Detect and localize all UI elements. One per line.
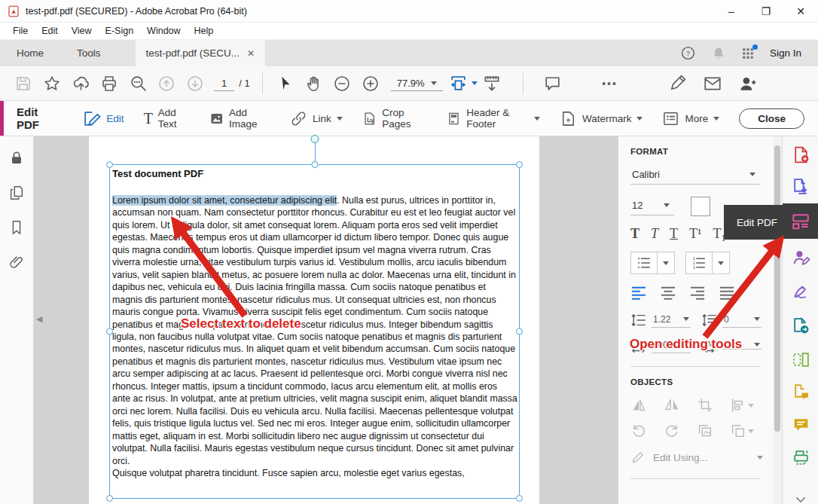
- more-tools-icon[interactable]: •••: [596, 71, 624, 96]
- rotate-clockwise-icon[interactable]: [664, 423, 697, 439]
- font-size-select[interactable]: 12: [630, 197, 674, 215]
- crop-object-icon[interactable]: [697, 397, 730, 414]
- resize-handle-ne[interactable]: [516, 161, 523, 168]
- rotate-counterclockwise-icon[interactable]: [630, 423, 664, 439]
- notifications-bell-icon[interactable]: [711, 46, 726, 61]
- italic-button[interactable]: T: [651, 227, 658, 240]
- search-icon[interactable]: [124, 71, 152, 96]
- page-thumbnails-icon[interactable]: [8, 185, 25, 201]
- fill-sign-pen-icon[interactable]: [664, 71, 692, 96]
- share-upload-icon[interactable]: [66, 71, 95, 96]
- star-favorite-icon[interactable]: [38, 71, 66, 96]
- font-family-select[interactable]: Calibri: [630, 166, 760, 185]
- maximize-button[interactable]: ❐: [749, 0, 783, 23]
- print-icon[interactable]: [95, 71, 124, 96]
- minimize-button[interactable]: –: [714, 0, 749, 23]
- superscript-button[interactable]: T¹: [689, 227, 701, 240]
- menu-file[interactable]: File: [6, 23, 35, 38]
- menu-view[interactable]: View: [65, 23, 99, 38]
- next-page-icon[interactable]: [181, 71, 209, 96]
- line-spacing-select[interactable]: 1.22: [652, 313, 691, 328]
- text-selection-box[interactable]: Test document PDF Lorem ipsum dolor sit …: [109, 164, 520, 499]
- scan-ocr-icon[interactable]: [783, 441, 818, 474]
- menu-edit[interactable]: Edit: [35, 23, 65, 38]
- bulleted-list-dropdown[interactable]: [657, 252, 674, 273]
- collapse-panel-arrow-icon[interactable]: ◀: [36, 314, 42, 324]
- more-button[interactable]: More: [662, 110, 719, 127]
- link-button[interactable]: Link: [290, 110, 343, 127]
- watermark-button[interactable]: Watermark: [560, 110, 643, 127]
- tab-document[interactable]: test-pdf.pdf (SECU... ✕: [136, 40, 266, 66]
- bookmarks-icon[interactable]: [8, 219, 25, 236]
- edit-using-button[interactable]: Edit Using...: [630, 450, 763, 465]
- fit-width-icon[interactable]: [449, 71, 478, 96]
- security-lock-icon[interactable]: [8, 150, 25, 166]
- rotation-handle[interactable]: [310, 135, 319, 143]
- sign-in-button[interactable]: Sign In: [770, 47, 801, 59]
- close-edit-pdf-button[interactable]: Close: [739, 108, 804, 129]
- select-tool-icon[interactable]: [270, 71, 299, 96]
- create-pdf-icon[interactable]: [783, 138, 818, 171]
- format-panel: FORMAT Calibri 12 T T T T¹ T₁ 123: [618, 136, 773, 504]
- panel-scrollbar[interactable]: [773, 136, 782, 504]
- fill-and-sign-icon[interactable]: [783, 275, 818, 308]
- hand-tool-icon[interactable]: [299, 71, 328, 96]
- numbered-list-dropdown[interactable]: [712, 252, 729, 273]
- resize-handle-se[interactable]: [516, 495, 523, 502]
- document-text[interactable]: Test document PDF Lorem ipsum dolor sit …: [112, 168, 517, 495]
- flip-vertical-icon[interactable]: [630, 397, 664, 414]
- align-objects-icon[interactable]: [730, 397, 763, 414]
- resize-handle-sw[interactable]: [106, 495, 113, 502]
- scrollbar-thumb[interactable]: [774, 145, 780, 432]
- bulleted-list-icon[interactable]: [631, 252, 657, 273]
- crop-pages-button[interactable]: Crop Pages: [362, 107, 427, 130]
- rail-expand-chevron-icon[interactable]: [783, 483, 818, 504]
- tab-tools[interactable]: Tools: [60, 40, 118, 66]
- request-signatures-icon[interactable]: [783, 241, 818, 274]
- zoom-out-icon[interactable]: [328, 71, 356, 96]
- comment-tool-icon[interactable]: [783, 408, 818, 441]
- numbered-list-icon[interactable]: 123: [686, 252, 712, 273]
- close-window-button[interactable]: ✕: [783, 0, 818, 23]
- comment-icon[interactable]: [539, 71, 567, 96]
- menu-help[interactable]: Help: [188, 23, 221, 38]
- save-icon[interactable]: [9, 71, 38, 96]
- combine-files-icon[interactable]: [783, 375, 818, 408]
- send-for-review-icon[interactable]: [783, 309, 818, 342]
- zoom-level-select[interactable]: 77.9%: [391, 76, 443, 91]
- organize-pages-icon[interactable]: [783, 343, 818, 376]
- add-image-button[interactable]: Add Image: [209, 107, 270, 130]
- attachments-paperclip-icon[interactable]: [8, 254, 25, 270]
- tab-home[interactable]: Home: [0, 40, 60, 66]
- align-justify-button[interactable]: [719, 286, 735, 301]
- resize-handle-nw[interactable]: [106, 161, 113, 168]
- add-user-icon[interactable]: [733, 71, 762, 96]
- align-center-button[interactable]: [660, 286, 676, 301]
- bold-button[interactable]: T: [630, 227, 639, 240]
- menu-esign[interactable]: E-Sign: [99, 23, 141, 38]
- selected-text-highlight[interactable]: Lorem ipsum dolor sit amet, consectetur …: [112, 195, 337, 206]
- replace-image-icon[interactable]: [697, 423, 730, 439]
- align-left-button[interactable]: [630, 286, 647, 301]
- page-number-input[interactable]: 1: [214, 76, 234, 91]
- help-icon[interactable]: ?: [680, 45, 696, 61]
- zoom-in-icon[interactable]: [356, 71, 385, 96]
- arrange-objects-icon[interactable]: [730, 423, 763, 439]
- close-tab-icon[interactable]: ✕: [247, 48, 255, 59]
- header-footer-button[interactable]: Header & Footer: [447, 107, 540, 130]
- reading-mode-icon[interactable]: [478, 71, 506, 96]
- underline-button[interactable]: T: [670, 227, 678, 240]
- previous-page-icon[interactable]: [152, 71, 181, 96]
- edit-button[interactable]: Edit: [82, 109, 124, 128]
- export-pdf-icon[interactable]: [783, 170, 818, 203]
- resize-handle-n[interactable]: [311, 161, 318, 168]
- flip-horizontal-icon[interactable]: [664, 397, 697, 414]
- add-text-button[interactable]: T Add Text: [144, 107, 190, 130]
- apps-grid-icon[interactable]: [741, 47, 755, 60]
- paragraph-spacing-select[interactable]: 0: [722, 313, 762, 328]
- font-color-swatch[interactable]: [691, 197, 710, 216]
- edit-pdf-tool-icon[interactable]: [783, 203, 818, 239]
- menu-window[interactable]: Window: [140, 23, 187, 38]
- send-email-icon[interactable]: [698, 71, 727, 96]
- align-right-button[interactable]: [689, 286, 706, 301]
